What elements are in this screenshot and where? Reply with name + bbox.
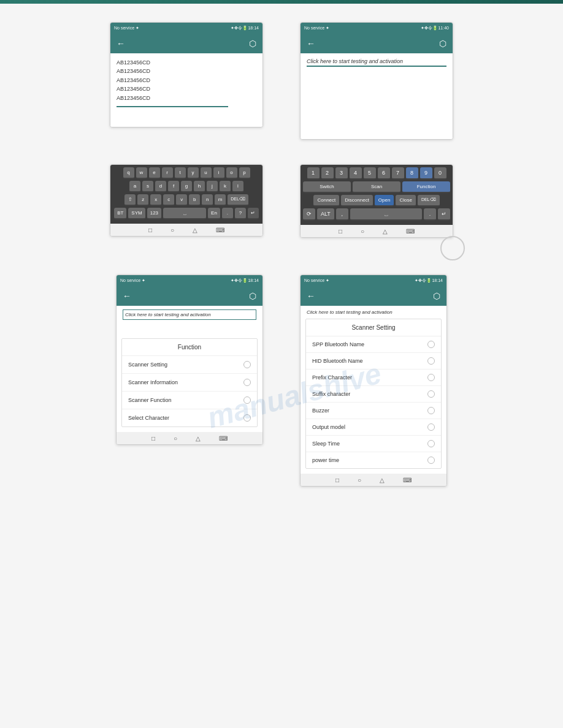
- scanner-item-power[interactable]: power time: [306, 452, 441, 468]
- radio-buzzer[interactable]: [427, 407, 435, 414]
- nav-circle-6[interactable]: ○: [358, 477, 361, 483]
- key-disconnect[interactable]: Disconnect: [341, 195, 373, 207]
- key-open[interactable]: Open: [375, 195, 394, 207]
- nav-square-5[interactable]: □: [151, 435, 155, 442]
- key-y[interactable]: y: [188, 167, 199, 179]
- key-enter[interactable]: ↵: [248, 208, 259, 219]
- key-switch[interactable]: Switch: [303, 181, 351, 193]
- key-en[interactable]: En: [208, 208, 220, 219]
- key-sym[interactable]: SYM: [128, 208, 145, 219]
- scan-icon-2[interactable]: ⬡: [439, 39, 446, 48]
- function-item-select-char[interactable]: Select Character: [122, 409, 257, 427]
- function-item-scanner-info[interactable]: Scanner Information: [122, 374, 257, 392]
- scanner-item-suffix[interactable]: Suffix character: [306, 386, 441, 403]
- key-m[interactable]: m: [215, 194, 226, 206]
- nav-circle-5[interactable]: ○: [174, 435, 177, 442]
- nav-triangle-5[interactable]: △: [196, 435, 201, 442]
- key-del[interactable]: DEL⌫: [228, 194, 248, 206]
- nav-triangle-6[interactable]: △: [380, 477, 385, 483]
- key-f[interactable]: f: [168, 181, 179, 192]
- back-button-5[interactable]: ←: [123, 291, 131, 301]
- radio-scanner-info[interactable]: [243, 379, 251, 386]
- key-comma[interactable]: ,: [336, 208, 348, 221]
- back-button-1[interactable]: ←: [117, 39, 125, 48]
- function-item-scanner-setting[interactable]: Scanner Setting: [122, 356, 257, 374]
- nav-square-3[interactable]: □: [148, 227, 152, 233]
- key-r[interactable]: r: [162, 167, 173, 179]
- key-n[interactable]: n: [202, 194, 213, 206]
- radio-prefix[interactable]: [427, 374, 435, 381]
- key-d[interactable]: d: [155, 181, 166, 192]
- function-item-scanner-func[interactable]: Scanner Function: [122, 392, 257, 409]
- key-v[interactable]: v: [176, 194, 187, 206]
- key-3[interactable]: 3: [335, 167, 348, 180]
- key-2[interactable]: 2: [321, 167, 334, 180]
- key-x[interactable]: x: [150, 194, 161, 206]
- nav-circle-3[interactable]: ○: [170, 227, 174, 233]
- key-space[interactable]: ⎵: [163, 208, 206, 219]
- back-button-6[interactable]: ←: [307, 291, 315, 301]
- key-9[interactable]: 9: [420, 167, 432, 180]
- key-4[interactable]: 4: [350, 167, 362, 180]
- radio-hid[interactable]: [427, 357, 435, 365]
- placeholder-5[interactable]: Click here to start testing and activati…: [123, 309, 256, 320]
- key-p[interactable]: p: [239, 167, 250, 179]
- key-c[interactable]: c: [163, 194, 174, 206]
- back-button-2[interactable]: ←: [307, 39, 315, 48]
- key-b[interactable]: b: [189, 194, 200, 206]
- radio-spp[interactable]: [427, 341, 435, 348]
- key-del-num[interactable]: DEL⌫: [418, 195, 440, 207]
- key-0[interactable]: 0: [434, 167, 446, 180]
- key-k[interactable]: k: [220, 181, 231, 192]
- key-shift[interactable]: ⇧: [124, 194, 136, 206]
- nav-square-6[interactable]: □: [335, 477, 339, 483]
- key-123[interactable]: 123: [147, 208, 161, 219]
- nav-keyboard-6[interactable]: ⌨: [403, 477, 412, 483]
- placeholder-text-2[interactable]: Click here to start testing and activati…: [307, 58, 446, 67]
- key-close[interactable]: Close: [396, 195, 415, 207]
- key-s[interactable]: s: [142, 181, 153, 192]
- scanner-item-output[interactable]: Output model: [306, 419, 441, 436]
- radio-scanner-setting[interactable]: [243, 361, 251, 368]
- radio-power[interactable]: [427, 457, 435, 464]
- key-i[interactable]: i: [213, 167, 224, 179]
- scanner-item-prefix[interactable]: Prefix Character: [306, 370, 441, 386]
- key-scan[interactable]: Scan: [353, 181, 400, 193]
- key-function[interactable]: Function: [402, 181, 450, 193]
- key-period-num[interactable]: .: [424, 208, 436, 221]
- key-a[interactable]: a: [129, 181, 140, 192]
- nav-keyboard-5[interactable]: ⌨: [219, 435, 228, 442]
- key-bt[interactable]: BT: [114, 208, 126, 219]
- key-question[interactable]: ?: [235, 208, 246, 219]
- radio-suffix[interactable]: [427, 390, 435, 398]
- key-o[interactable]: o: [226, 167, 237, 179]
- radio-select-char[interactable]: [243, 414, 251, 422]
- nav-keyboard-3[interactable]: ⌨: [216, 227, 224, 233]
- scan-icon-1[interactable]: ⬡: [249, 39, 256, 48]
- radio-sleep[interactable]: [427, 440, 435, 447]
- key-8[interactable]: 8: [406, 167, 418, 180]
- nav-keyboard-4[interactable]: ⌨: [406, 228, 415, 235]
- scan-icon-6[interactable]: ⬡: [433, 291, 440, 301]
- nav-circle-4[interactable]: ○: [361, 228, 364, 235]
- scan-icon-5[interactable]: ⬡: [249, 291, 256, 301]
- scanner-item-buzzer[interactable]: Buzzer: [306, 403, 441, 419]
- scanner-item-spp[interactable]: SPP Bluetooth Name: [306, 336, 441, 353]
- key-g[interactable]: g: [181, 181, 192, 192]
- radio-scanner-func[interactable]: [243, 396, 251, 404]
- key-alt[interactable]: ALT: [317, 208, 334, 221]
- radio-output[interactable]: [427, 423, 435, 431]
- key-5[interactable]: 5: [364, 167, 376, 180]
- key-h[interactable]: h: [194, 181, 205, 192]
- nav-triangle-3[interactable]: △: [193, 227, 197, 233]
- key-u[interactable]: u: [201, 167, 212, 179]
- key-l[interactable]: l: [232, 181, 243, 192]
- key-t[interactable]: t: [175, 167, 186, 179]
- key-cycle[interactable]: ⟳: [303, 208, 315, 221]
- key-w[interactable]: w: [136, 167, 147, 179]
- key-space-num[interactable]: ⎵: [350, 208, 422, 221]
- key-7[interactable]: 7: [392, 167, 404, 180]
- nav-triangle-4[interactable]: △: [383, 228, 388, 235]
- key-enter-num[interactable]: ↵: [438, 208, 450, 221]
- nav-square-4[interactable]: □: [339, 228, 342, 235]
